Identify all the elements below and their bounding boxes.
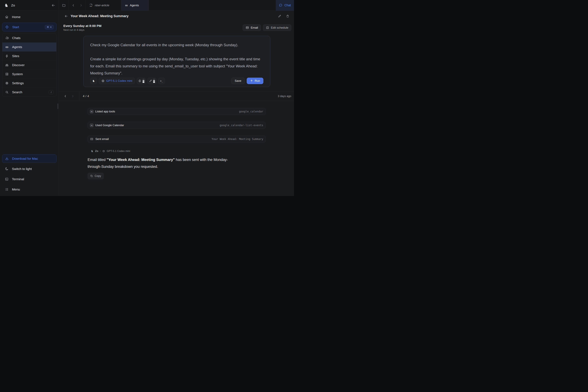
arrow-left-icon [51,3,55,7]
app-title: Zo [11,4,15,7]
sidebar-item-label: Chats [12,36,20,40]
prompt-toolbar: ♞ GPT-5.1 Codex mini [90,78,264,84]
schedule-next-run: Next run in 4 days [64,28,102,32]
sidebar-item-label: Download for Mac [12,157,38,160]
schedule-bar: Every Sunday at 8:00 PM Next run in 4 da… [59,22,294,34]
response-text: Email titled "Your Week Ahead: Meeting S… [88,156,238,170]
tool-call-row[interactable]: Sent email Your Week Ahead: Meeting Summ… [88,136,266,142]
response-author: Zo [95,150,98,153]
sidebar-spacer [2,97,56,154]
pegasus-icon: ♞ [91,149,94,153]
collapse-sidebar-button[interactable] [51,3,55,7]
pencil-icon [278,14,281,18]
model-selector[interactable]: GPT-5.1 Codex mini [99,78,135,84]
email-button[interactable]: Email [243,24,261,31]
delete-button[interactable] [286,14,290,18]
run-button-label: Run [255,79,260,82]
run-results: 31 Listed app tools google_calendar 31 U… [59,101,294,196]
run-history-bar: 4 / 4 3 days ago [59,92,294,101]
sidebar-item-menu[interactable]: Menu [2,185,56,194]
system-stack-icon [5,72,9,76]
save-button-label: Save [235,79,241,82]
save-button[interactable]: Save [231,78,245,84]
response-header: ♞ Zo • GPT-5.1 Codex mini [88,149,294,153]
chevron-right-icon [80,4,82,7]
top-bar: ♞ Zo PDF nber-article ∞ Agent [0,0,294,11]
edit-schedule-button[interactable]: Edit schedule [263,24,291,31]
nav-forward-button[interactable] [80,4,82,7]
nav-back-button[interactable] [72,4,75,7]
sidebar-item-label: Search [12,90,22,94]
writing-level-button[interactable] [148,78,156,84]
k-key: K [50,26,52,28]
sidebar-item-label: Home [12,15,20,19]
edit-schedule-label: Edit schedule [271,26,288,30]
level-pills [142,79,144,83]
sidebar-item-chats[interactable]: Chats [2,34,56,42]
sidebar-item-settings[interactable]: Settings [2,78,56,88]
tab-label: Agents [130,4,139,7]
zo-agent-chip[interactable]: ♞ [90,78,97,84]
next-run-button[interactable] [71,95,74,98]
sidebar-item-start[interactable]: Start ⌘ K [2,23,56,32]
start-shortcut-badge: ⌘ K [45,25,54,29]
prev-run-button[interactable] [64,95,67,98]
trash-icon [286,14,290,18]
gear-icon [5,81,9,85]
folder-button[interactable] [59,0,69,10]
sidebar-item-home[interactable]: Home [2,12,56,22]
sidebar-item-system[interactable]: System [2,70,56,78]
sent-email-icon [90,137,94,141]
agent-detail-panel: Your Week Ahead: Meeting Summary Every S… [59,11,294,196]
agent-header: Your Week Ahead: Meeting Summary [59,11,294,22]
topbar-spacer [149,0,276,10]
chevron-right-icon [71,95,74,98]
terminal-mode-button[interactable]: >_ [158,78,165,84]
prompt-card[interactable]: Check my Google Calendar for all events … [83,36,270,87]
sidebar-item-label: Menu [12,188,20,191]
tool-call-label: Listed app tools [95,110,115,113]
header-actions [278,14,290,18]
arrow-left-icon [64,14,68,18]
moon-icon [5,167,8,171]
sidebar-item-agents[interactable]: ∞ Agents [2,42,56,52]
sidebar-item-sites[interactable]: Sites [2,52,56,60]
run-button[interactable]: Run [247,78,264,84]
download-icon [5,157,9,160]
sidebar-item-download-for-mac[interactable]: Download for Mac [2,154,56,163]
reasoning-level-button[interactable] [137,78,146,84]
envelope-icon [246,26,249,30]
sidebar-item-discover[interactable]: Discover [2,60,56,70]
sidebar-group: Chats ∞ Agents Sites Discover System [2,33,56,97]
tool-call-value: google_calendar [239,110,263,113]
pdf-file-icon: PDF [90,4,93,7]
prompt-text: Check my Google Calendar for all events … [90,42,264,77]
sidebar-item-label: Switch to light [12,167,32,171]
sidebar-item-label: System [12,72,23,76]
sidebar-item-label: Sites [12,54,19,58]
edit-button[interactable] [278,14,281,18]
sidebar-item-terminal[interactable]: Terminal [2,175,56,184]
sidebar-item-search[interactable]: Search / [2,88,56,96]
sidebar-scrollbar[interactable] [58,104,58,109]
page-title: Your Week Ahead: Meeting Summary [70,14,128,18]
openai-logo-icon [102,150,105,152]
tab-label: nber-article [95,4,109,7]
tool-call-value: google_calendar-list-events [220,124,263,127]
tab-nber-article[interactable]: PDF nber-article [86,0,121,10]
tool-call-row[interactable]: 31 Listed app tools google_calendar [88,108,266,115]
chevron-left-icon [72,4,75,7]
sidebar: Home Start ⌘ K Chats ∞ Agents [0,11,59,196]
back-button[interactable] [64,14,68,18]
copy-button[interactable]: Copy [88,173,104,179]
chat-button[interactable]: Chat [276,0,294,10]
copy-button-label: Copy [95,174,101,178]
model-label: GPT-5.1 Codex mini [106,79,132,82]
level-pills [153,79,155,83]
schedule-info: Every Sunday at 8:00 PM Next run in 4 da… [64,24,102,32]
dot-separator: • [100,150,100,152]
sidebar-item-switch-to-light[interactable]: Switch to light [2,164,56,173]
sidebar-header: ♞ Zo [0,0,59,10]
tab-agents[interactable]: ∞ Agents [121,0,149,10]
tool-call-row[interactable]: 31 Used Google Calendar google_calendar-… [88,122,266,129]
